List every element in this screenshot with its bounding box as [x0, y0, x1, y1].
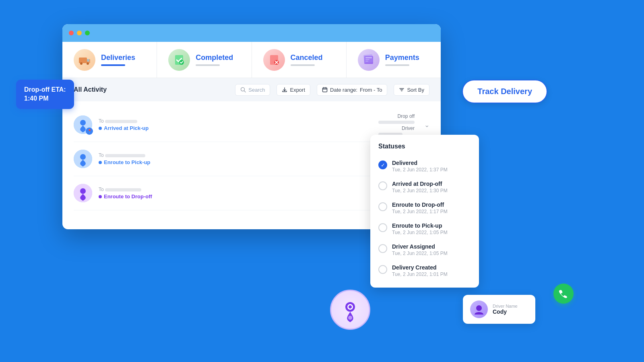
- avatar: 📍: [74, 115, 92, 134]
- row-to: To: [99, 118, 372, 124]
- export-icon: [282, 87, 287, 93]
- status-indicator-3: [99, 195, 102, 198]
- tab-completed[interactable]: Completed: [157, 42, 252, 78]
- track-delivery-button[interactable]: Track Delivery: [462, 80, 547, 103]
- row-meta: Drop off Driver: [378, 113, 415, 136]
- status-time-delivered: Tue, 2 Jun 2022, 1:37 PM: [392, 167, 448, 173]
- tab-payments-label: Payments: [385, 53, 419, 62]
- nav-tabs: Deliveries Completed: [62, 42, 441, 78]
- export-label: Export: [290, 87, 305, 93]
- status-check-delivered: ✓: [378, 160, 387, 169]
- row-info: To Arrived at Pick-up: [99, 118, 372, 131]
- export-button[interactable]: Export: [277, 84, 310, 96]
- to-name-bar: [105, 120, 137, 123]
- payments-icon: [362, 53, 375, 66]
- tab-canceled-text: Canceled: [291, 53, 323, 66]
- status-check-delivery-created: [378, 265, 387, 274]
- status-time-enroute-pickup: Tue, 2 Jun 2022, 1:05 PM: [392, 230, 448, 235]
- driver-name-value: Cody: [493, 309, 518, 315]
- all-activity-title: All Activity: [74, 86, 107, 93]
- status-indicator-2: [99, 161, 102, 164]
- status-item-arrived-dropoff: Arrived at Drop-off Tue, 2 Jun 2022, 1:3…: [370, 177, 479, 197]
- meta-bar: [378, 121, 415, 124]
- date-range-label: Date range:: [330, 87, 357, 93]
- date-range-button[interactable]: Date range: From - To: [317, 84, 387, 96]
- status-item-driver-assigned: Driver Assigned Tue, 2 Jun 2022, 1:05 PM: [370, 239, 479, 260]
- maximize-dot[interactable]: [85, 31, 90, 35]
- row-to-3: To: [99, 187, 387, 192]
- tab-deliveries-label: Deliveries: [101, 53, 135, 62]
- status-time-enroute-dropoff: Tue, 2 Jun 2022, 1:17 PM: [392, 209, 448, 214]
- status-info-enroute-pickup: Enroute to Pick-up Tue, 2 Jun 2022, 1:05…: [392, 222, 448, 235]
- search-icon: [240, 87, 246, 93]
- svg-rect-18: [323, 88, 327, 92]
- to-name-bar-2: [105, 154, 145, 157]
- status-check-driver-assigned: [378, 244, 387, 253]
- status-info-driver-assigned: Driver Assigned Tue, 2 Jun 2022, 1:05 PM: [392, 243, 448, 256]
- svg-point-26: [80, 120, 86, 125]
- deliveries-icon-bg: [74, 49, 95, 71]
- status-check-enroute-dropoff: [378, 202, 387, 211]
- row-to-2: To: [99, 152, 387, 158]
- driver-card: Driver Name Cody: [463, 295, 535, 324]
- search-box[interactable]: Search: [235, 84, 270, 96]
- row-status: Arrived at Pick-up: [99, 125, 372, 131]
- tab-canceled[interactable]: Canceled: [252, 42, 347, 78]
- status-name-delivery-created: Delivery Created: [392, 264, 448, 271]
- dropdown-chevron[interactable]: ⌄: [424, 121, 429, 129]
- phone-icon: [558, 288, 569, 299]
- svg-point-33: [349, 305, 352, 309]
- tab-deliveries[interactable]: Deliveries: [62, 42, 157, 78]
- svg-rect-4: [87, 59, 89, 62]
- status-name-arrived-dropoff: Arrived at Drop-off: [392, 181, 448, 187]
- statuses-title: Statuses: [370, 143, 479, 156]
- row-status-2: Enroute to Pick-up: [99, 159, 387, 165]
- tab-canceled-label: Canceled: [291, 53, 323, 62]
- driver-avatar: [470, 300, 488, 318]
- status-time-driver-assigned: Tue, 2 Jun 2022, 1:05 PM: [392, 251, 448, 256]
- truck-icon: [78, 53, 91, 66]
- row-info: To Enroute to Drop-off: [99, 187, 387, 200]
- sort-button[interactable]: Sort By: [394, 84, 429, 96]
- statuses-panel: Statuses ✓ Delivered Tue, 2 Jun 2022, 1:…: [370, 135, 479, 288]
- minimize-dot[interactable]: [77, 31, 82, 35]
- date-range-value: From - To: [360, 87, 382, 93]
- svg-rect-0: [79, 58, 87, 63]
- map-pin-icon: [336, 296, 364, 324]
- driver-info: Driver Name Cody: [493, 304, 518, 315]
- canceled-icon-bg: [263, 49, 285, 71]
- phone-fab-button[interactable]: [553, 284, 574, 304]
- status-time-delivery-created: Tue, 2 Jun 2022, 1:01 PM: [392, 272, 448, 277]
- eta-time: 1:40 PM: [24, 94, 66, 103]
- svg-point-2: [80, 62, 83, 65]
- status-item-delivered: ✓ Delivered Tue, 2 Jun 2022, 1:37 PM: [370, 156, 479, 177]
- toolbar: All Activity Search Export Date range: F…: [62, 78, 441, 101]
- title-bar: [62, 24, 441, 42]
- sort-label: Sort By: [407, 87, 424, 93]
- status-name-delivered: Delivered: [392, 160, 448, 166]
- tab-payments-bar: [385, 64, 409, 66]
- eta-label: Drop-off ETA:: [24, 85, 66, 94]
- sort-icon: [399, 87, 405, 93]
- close-dot[interactable]: [69, 31, 74, 35]
- status-info-delivery-created: Delivery Created Tue, 2 Jun 2022, 1:01 P…: [392, 264, 448, 277]
- driver-avatar-icon: [473, 303, 485, 315]
- status-check-arrived-dropoff: [378, 181, 387, 190]
- tab-deliveries-text: Deliveries: [101, 53, 135, 66]
- tab-canceled-bar: [291, 64, 315, 66]
- avatar: [74, 150, 92, 168]
- status-name-enroute-dropoff: Enroute to Drop-off: [392, 202, 448, 208]
- svg-point-34: [348, 316, 352, 320]
- eta-badge: Drop-off ETA: 1:40 PM: [16, 80, 74, 109]
- status-indicator: [99, 127, 102, 130]
- completed-icon: [173, 53, 186, 66]
- completed-icon-bg: [168, 49, 190, 71]
- svg-point-3: [87, 62, 89, 65]
- status-item-delivery-created: Delivery Created Tue, 2 Jun 2022, 1:01 P…: [370, 260, 479, 281]
- svg-rect-15: [363, 54, 373, 63]
- tab-payments[interactable]: Payments: [347, 42, 441, 78]
- driver-name-label: Driver Name: [493, 304, 518, 309]
- status-time-arrived-dropoff: Tue, 2 Jun 2022, 1:30 PM: [392, 188, 448, 193]
- calendar-icon: [322, 87, 328, 93]
- row-info: To Enroute to Pick-up: [99, 152, 387, 165]
